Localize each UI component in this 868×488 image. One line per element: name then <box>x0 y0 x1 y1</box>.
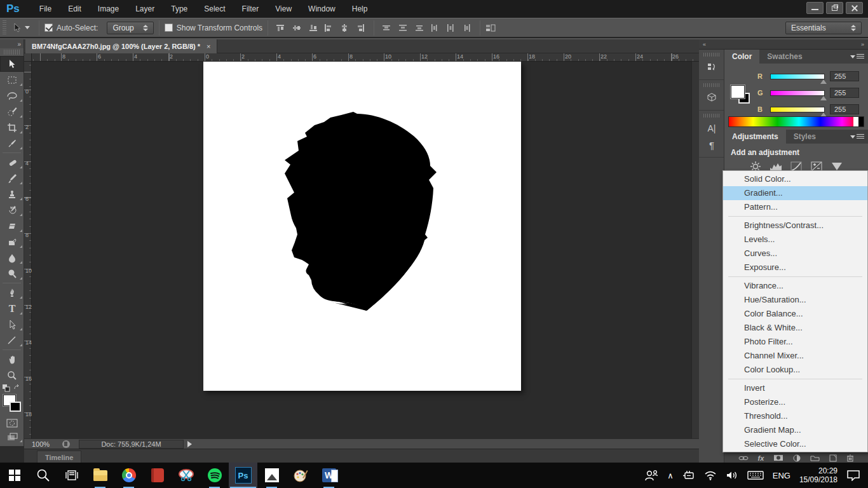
menu-item-hue-saturation[interactable]: Hue/Saturation... <box>723 293 867 307</box>
zoom-level-field[interactable]: 100% <box>32 440 57 448</box>
align-top-edges-icon[interactable] <box>276 24 285 32</box>
dodge-tool[interactable] <box>0 266 24 281</box>
menu-item-solid-color[interactable]: Solid Color... <box>723 172 867 186</box>
action-center-icon[interactable] <box>846 470 860 481</box>
word[interactable]: W <box>315 463 343 488</box>
people-icon[interactable] <box>644 470 658 481</box>
new-layer-icon[interactable] <box>829 454 837 462</box>
menu-layer[interactable]: Layer <box>127 0 163 18</box>
language-indicator[interactable]: ENG <box>773 471 790 480</box>
panel-menu-icon[interactable] <box>850 134 864 139</box>
dock-collapse-left-icon[interactable]: « <box>703 41 706 48</box>
screen-mode-button[interactable] <box>0 430 24 444</box>
dictionary-app[interactable] <box>143 463 172 488</box>
dock-collapse-right-icon[interactable]: » <box>861 41 864 48</box>
delete-layer-icon[interactable] <box>846 454 854 462</box>
distribute-horizontal-centers-icon[interactable] <box>446 24 456 32</box>
rectangular-marquee-tool[interactable] <box>0 72 24 88</box>
clock[interactable]: 20:29 15/09/2018 <box>799 466 837 484</box>
quick-selection-tool[interactable] <box>0 104 24 119</box>
file-explorer[interactable] <box>86 463 114 488</box>
power-icon[interactable] <box>682 470 695 480</box>
pen-tool[interactable] <box>0 285 24 301</box>
swap-colors-icon[interactable] <box>13 384 21 391</box>
foreground-color-swatch[interactable] <box>731 85 745 98</box>
spot-healing-brush-tool[interactable] <box>0 154 24 170</box>
tab-swatches[interactable]: Swatches <box>759 50 810 64</box>
photos-app[interactable] <box>257 463 286 488</box>
align-bottom-edges-icon[interactable] <box>309 24 318 32</box>
default-colors-icon[interactable] <box>2 384 11 393</box>
paint-app[interactable] <box>286 463 315 488</box>
green-value-field[interactable]: 255 <box>830 88 859 98</box>
menu-item-photo-filter[interactable]: Photo Filter... <box>723 335 867 349</box>
menu-view[interactable]: View <box>267 0 300 18</box>
history-brush-tool[interactable] <box>0 202 24 218</box>
spotify[interactable] <box>200 463 229 488</box>
start-button[interactable] <box>0 463 29 488</box>
layer-group-icon[interactable] <box>810 454 820 461</box>
tab-styles[interactable]: Styles <box>786 130 824 144</box>
distribute-left-edges-icon[interactable] <box>430 24 439 32</box>
status-options-arrow[interactable] <box>187 441 192 447</box>
snipping-tool[interactable] <box>172 463 200 488</box>
menu-item-curves[interactable]: Curves... <box>723 247 867 261</box>
tab-color[interactable]: Color <box>724 50 759 64</box>
volume-icon[interactable] <box>726 470 738 480</box>
menu-edit[interactable]: Edit <box>60 0 90 18</box>
quick-mask-button[interactable] <box>0 416 24 430</box>
layer-effects-icon[interactable]: fx <box>758 454 764 462</box>
adjustment-layer-icon[interactable] <box>793 454 801 462</box>
menu-item-color-lookup[interactable]: Color Lookup... <box>723 363 867 377</box>
menu-filter[interactable]: Filter <box>234 0 268 18</box>
lasso-tool[interactable] <box>0 88 24 104</box>
green-slider[interactable] <box>770 90 825 96</box>
eraser-tool[interactable] <box>0 218 24 234</box>
menu-file[interactable]: File <box>31 0 60 18</box>
touch-keyboard-icon[interactable] <box>747 470 764 480</box>
menu-type[interactable]: Type <box>163 0 196 18</box>
menu-item-gradient[interactable]: Gradient... <box>723 186 867 200</box>
crop-tool[interactable] <box>0 119 24 135</box>
menu-help[interactable]: Help <box>344 0 376 18</box>
menu-window[interactable]: Window <box>300 0 344 18</box>
distribute-top-edges-icon[interactable] <box>382 24 391 32</box>
blur-tool[interactable] <box>0 250 24 266</box>
menu-item-color-balance[interactable]: Color Balance... <box>723 307 867 321</box>
red-slider[interactable] <box>770 74 825 79</box>
menu-item-brightness-contrast[interactable]: Brightness/Contrast... <box>723 219 867 233</box>
clone-stamp-tool[interactable] <box>0 186 24 202</box>
restore-button[interactable] <box>826 2 843 14</box>
document-info[interactable]: Doc: 755,9K/1,24M <box>79 440 184 449</box>
blue-slider[interactable] <box>770 107 825 112</box>
tab-adjustments[interactable]: Adjustments <box>724 130 786 144</box>
pasteboard[interactable] <box>32 62 691 438</box>
canvas[interactable] <box>203 62 521 391</box>
distribute-bottom-edges-icon[interactable] <box>415 24 424 32</box>
type-tool[interactable]: T <box>0 301 24 316</box>
properties-icon[interactable] <box>699 90 724 106</box>
menu-item-black-white[interactable]: Black & White... <box>723 321 867 335</box>
close-tab-icon[interactable]: × <box>207 43 210 50</box>
align-horizontal-centers-icon[interactable] <box>340 24 349 32</box>
red-value-field[interactable]: 255 <box>830 71 859 81</box>
show-transform-checkbox[interactable] <box>165 24 173 32</box>
timeline-tab[interactable]: Timeline <box>37 451 81 463</box>
close-button[interactable] <box>846 2 863 14</box>
blue-value-field[interactable]: 255 <box>830 104 859 114</box>
history-icon[interactable] <box>699 59 724 76</box>
background-color-swatch[interactable] <box>10 402 21 412</box>
menu-select[interactable]: Select <box>196 0 233 18</box>
zoom-tool[interactable] <box>0 367 24 383</box>
brush-tool[interactable] <box>0 170 24 186</box>
photoshop[interactable]: Ps <box>229 463 257 488</box>
minimize-button[interactable] <box>806 2 824 14</box>
menu-item-vibrance[interactable]: Vibrance... <box>723 279 867 293</box>
vertical-ruler[interactable]: 02 46 810 1214 1618 <box>24 62 32 438</box>
move-tool-preset[interactable] <box>9 23 34 33</box>
workspace-switcher[interactable]: Essentials <box>785 22 862 34</box>
vertical-scrollbar[interactable] <box>691 62 699 438</box>
hidden-icons-chevron[interactable]: ∧ <box>667 471 674 480</box>
align-right-edges-icon[interactable] <box>356 24 366 32</box>
hand-tool[interactable] <box>0 351 24 367</box>
